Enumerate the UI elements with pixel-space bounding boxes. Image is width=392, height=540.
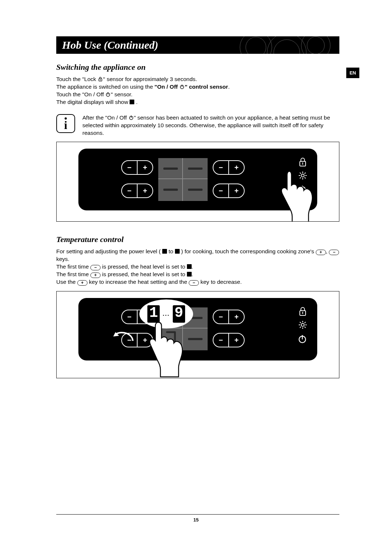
power-icon [105,92,111,97]
text: " control sensor [185,84,228,90]
display-chip-icon [162,249,167,254]
panel-light-icon [298,321,307,329]
minus-key: − [122,310,137,323]
svg-line-35 [305,327,306,328]
power-icon [179,84,185,89]
svg-rect-7 [100,79,101,80]
svg-line-36 [305,322,306,323]
text: "On / Off [155,84,179,90]
zone-control-bottom-right: −+ [213,333,245,347]
curved-arrow-icon [111,327,136,344]
text: The first time [56,263,90,270]
text: . [192,263,193,270]
text: " sensor. [111,91,132,97]
display-chip-icon [175,249,180,254]
plus-key: + [138,184,152,197]
display-chip-icon [187,264,192,269]
text: is pressed, the heat level is set to [101,271,187,277]
page-title: Hob Use (Continued) [62,39,158,51]
svg-line-34 [300,322,301,323]
section-heading-switching-on: Switching the appliance on [56,63,339,72]
minus-key: − [213,310,228,323]
control-panel-figure-1: − + − + − + − + [56,142,339,222]
text: keys. [56,256,69,262]
text: to [167,248,175,254]
section2-body: For setting and adjusting the power leve… [56,248,339,286]
control-panel-figure-2: −+ −+ −+ −+ 1 ... 9 [56,291,339,378]
plus-key: + [229,161,244,174]
minus-key: − [213,334,228,347]
info-callout: i After the "On / Off " sensor has been … [56,114,339,137]
svg-point-5 [307,37,324,54]
minus-key-icon: − [329,250,339,255]
zone-control-top-right: −+ [213,310,245,324]
minus-key-icon: − [189,280,199,286]
svg-point-2 [267,36,306,54]
section1-body: Touch the "Lock " sensor for approximate… [56,76,339,106]
display-chip-icon [130,100,134,104]
plus-key: + [229,310,244,323]
plus-key: + [138,161,152,174]
language-tab: EN [346,68,359,78]
text: ) for cooking, touch the corresponding c… [180,248,316,254]
text: key to decrease. [199,279,242,285]
panel-lock-icon [298,307,307,316]
minus-key: − [213,161,228,174]
text: key to increase the heat setting and the [87,279,189,285]
display-chip-icon [187,272,192,277]
info-icon: i [56,114,75,133]
svg-point-3 [274,40,300,54]
text: . [192,271,193,277]
svg-rect-28 [302,312,303,314]
minus-key: − [213,184,228,197]
zone-control-bottom-right: − + [213,184,245,198]
digital-display-cluster [158,158,208,201]
footer-rule [56,514,339,515]
text: . [228,84,229,90]
svg-point-4 [301,36,330,54]
title-decoration [238,36,332,54]
text: Touch the "On / Off [56,91,105,97]
text: For setting and adjusting the power leve… [56,248,162,254]
panel-power-icon [298,334,307,344]
hand-pointer-icon [270,164,317,222]
plus-key: + [229,184,244,197]
section-heading-temperature: Temperature control [56,235,339,244]
svg-point-29 [301,323,304,326]
text: " sensor for approximately 3 seconds. [103,76,197,82]
text: The digital displays will show [56,99,130,105]
minus-key-icon: − [90,265,101,270]
hand-pointer-icon [136,315,187,378]
text: After the "On / Off [82,114,128,121]
text: The first time [56,271,90,277]
text: is pressed, the heat level is set to [101,263,187,270]
text: Use the [56,279,77,285]
svg-line-37 [300,327,301,328]
lock-icon [98,76,103,82]
svg-point-1 [246,37,266,54]
minus-key: − [122,161,137,174]
page-number: 15 [0,517,392,523]
zone-control-top-left: − + [121,160,153,175]
zone-control-bottom-left: − + [121,184,153,198]
zone-control-top-right: − + [213,160,245,175]
title-bar: Hob Use (Continued) [56,36,339,54]
text: Touch the "Lock [56,76,98,82]
plus-key-icon: + [77,280,87,286]
plus-key-icon: + [90,273,101,278]
plus-key: + [229,334,244,347]
power-icon [128,115,134,120]
minus-key: − [122,184,137,197]
text: . [134,99,138,105]
text: The appliance is switched on using the [56,84,155,90]
text: , [326,248,329,254]
plus-key-icon: + [316,250,326,255]
